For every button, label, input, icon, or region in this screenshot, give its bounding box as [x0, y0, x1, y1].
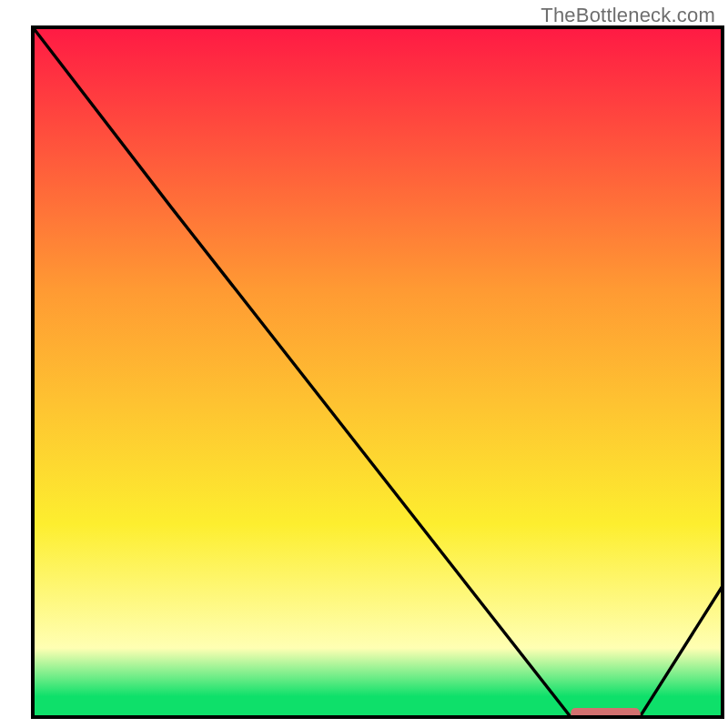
plot-area	[33, 27, 723, 721]
chart-svg	[0, 0, 728, 728]
attribution-label: TheBottleneck.com	[541, 4, 715, 27]
chart-container: TheBottleneck.com	[0, 0, 728, 728]
gradient-background	[33, 27, 723, 717]
